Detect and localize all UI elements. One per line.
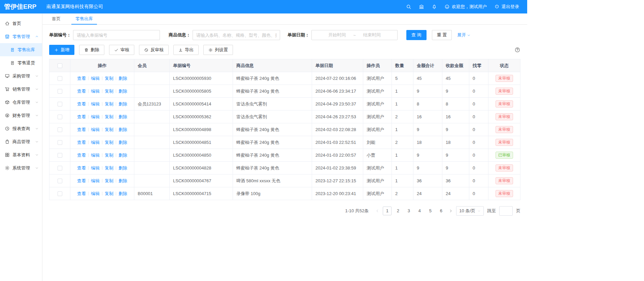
row-action-view[interactable]: 查看 — [77, 153, 86, 158]
select-all-checkbox[interactable] — [58, 63, 62, 68]
row-action-delete[interactable]: 删除 — [118, 140, 127, 145]
row-checkbox[interactable] — [58, 76, 62, 81]
date-range-picker[interactable]: 开始时间 ~ 结束时间 — [311, 30, 398, 40]
unaudit-button[interactable]: 反审核 — [139, 45, 169, 55]
row-action-delete[interactable]: 删除 — [118, 114, 127, 119]
logout-button[interactable]: 退出登录 — [494, 4, 519, 10]
prev-page-icon[interactable] — [375, 209, 379, 213]
bill-no-input[interactable] — [73, 30, 160, 40]
row-action-edit[interactable]: 编辑 — [91, 89, 100, 94]
sidebar-item-base-data[interactable]: 基本资料 — [0, 148, 42, 161]
row-checkbox[interactable] — [58, 115, 62, 119]
row-action-copy[interactable]: 复制 — [105, 127, 113, 132]
row-action-delete[interactable]: 删除 — [118, 76, 127, 81]
page-button-2[interactable]: 2 — [394, 207, 402, 215]
sidebar-item-retail-outbound[interactable]: 零售出库 — [0, 43, 42, 56]
row-action-copy[interactable]: 复制 — [105, 114, 113, 119]
bank-icon[interactable] — [419, 4, 424, 9]
row-checkbox-cell — [49, 123, 70, 136]
page-button-6[interactable]: 6 — [437, 207, 445, 215]
row-checkbox[interactable] — [58, 140, 62, 145]
column-settings-button[interactable]: 列设置 — [203, 45, 233, 55]
sidebar-item-finance[interactable]: 财务管理 — [0, 109, 42, 122]
sidebar-item-retail-return[interactable]: 零售退货 — [0, 56, 42, 69]
next-page-icon[interactable] — [449, 209, 453, 213]
sidebar-item-retail[interactable]: 零售管理 — [0, 30, 42, 43]
row-action-view[interactable]: 查看 — [77, 89, 86, 94]
page-button-3[interactable]: 3 — [404, 207, 413, 215]
row-action-edit[interactable]: 编辑 — [91, 140, 100, 145]
sidebar-item-system[interactable]: 系统管理 — [0, 161, 42, 175]
row-action-copy[interactable]: 复制 — [105, 165, 113, 170]
row-action-edit[interactable]: 编辑 — [91, 191, 100, 196]
row-action-view[interactable]: 查看 — [77, 127, 86, 132]
row-action-copy[interactable]: 复制 — [105, 178, 113, 183]
row-checkbox[interactable] — [58, 102, 62, 106]
row-action-delete[interactable]: 删除 — [118, 89, 127, 94]
search-icon[interactable] — [406, 4, 411, 9]
row-checkbox[interactable] — [58, 153, 62, 158]
row-action-view[interactable]: 查看 — [77, 191, 86, 196]
row-action-view[interactable]: 查看 — [77, 178, 86, 183]
row-action-copy[interactable]: 复制 — [105, 140, 113, 145]
page-button-1[interactable]: 1 — [383, 207, 392, 215]
row-action-delete[interactable]: 删除 — [118, 127, 127, 132]
tab-retail-outbound[interactable]: 零售出库 — [74, 13, 94, 24]
row-checkbox[interactable] — [58, 89, 62, 94]
row-action-delete[interactable]: 删除 — [118, 165, 127, 170]
row-checkbox[interactable] — [58, 179, 62, 183]
sidebar-item-purchase[interactable]: 采购管理 — [0, 69, 42, 83]
row-action-copy[interactable]: 复制 — [105, 89, 113, 94]
row-action-view[interactable]: 查看 — [77, 140, 86, 145]
row-action-view[interactable]: 查看 — [77, 165, 86, 170]
row-action-edit[interactable]: 编辑 — [91, 165, 100, 170]
row-checkbox[interactable] — [58, 191, 62, 196]
sidebar: 首页零售管理零售出库零售退货采购管理销售管理仓库管理财务管理报表查询商品管理基本… — [0, 13, 42, 281]
doc-icon — [10, 61, 15, 65]
add-button[interactable]: 新增 — [49, 45, 74, 55]
welcome-user[interactable]: 欢迎您，测试用户 — [444, 4, 487, 10]
tab-home[interactable]: 首页 — [50, 13, 62, 24]
page-size-select[interactable]: 10 条/页 — [456, 206, 484, 216]
row-action-delete[interactable]: 删除 — [118, 153, 127, 158]
row-action-delete[interactable]: 删除 — [118, 178, 127, 183]
row-action-edit[interactable]: 编辑 — [91, 76, 100, 81]
row-action-view[interactable]: 查看 — [77, 101, 86, 106]
page-button-5[interactable]: 5 — [426, 207, 435, 215]
row-action-view[interactable]: 查看 — [77, 114, 86, 119]
sidebar-item-home[interactable]: 首页 — [0, 17, 42, 30]
bell-icon[interactable] — [432, 4, 437, 9]
row-checkbox[interactable] — [58, 166, 62, 170]
sidebar-item-goods[interactable]: 商品管理 — [0, 135, 42, 148]
row-action-edit[interactable]: 编辑 — [91, 127, 100, 132]
row-action-copy[interactable]: 复制 — [105, 101, 113, 106]
expand-link[interactable]: 展开 — [457, 32, 471, 38]
help-icon[interactable] — [514, 47, 520, 53]
row-action-edit[interactable]: 编辑 — [91, 178, 100, 183]
sidebar-item-reports[interactable]: 报表查询 — [0, 122, 42, 135]
jump-page-input[interactable] — [499, 206, 513, 216]
search-button[interactable]: 查 询 — [406, 30, 427, 40]
reset-button[interactable]: 重 置 — [432, 30, 452, 40]
row-checkbox[interactable] — [58, 127, 62, 132]
sidebar-item-warehouse[interactable]: 仓库管理 — [0, 96, 42, 109]
row-action-copy[interactable]: 复制 — [105, 76, 113, 81]
delete-button[interactable]: 删除 — [79, 45, 104, 55]
page-button-4[interactable]: 4 — [415, 207, 424, 215]
product-input[interactable] — [193, 30, 280, 40]
row-member: B00001 — [134, 187, 170, 200]
row-action-delete[interactable]: 删除 — [118, 101, 127, 106]
row-action-edit[interactable]: 编辑 — [91, 114, 100, 119]
row-action-delete[interactable]: 删除 — [118, 191, 127, 196]
row-action-view[interactable]: 查看 — [77, 76, 86, 81]
sidebar-item-sales[interactable]: 销售管理 — [0, 83, 42, 96]
row-qty: 1 — [392, 123, 413, 136]
sidebar-item-label: 零售管理 — [12, 34, 35, 40]
row-action-edit[interactable]: 编辑 — [91, 101, 100, 106]
row-action-copy[interactable]: 复制 — [105, 153, 113, 158]
row-action-edit[interactable]: 编辑 — [91, 153, 100, 158]
export-button[interactable]: 导出 — [173, 45, 199, 55]
audit-button[interactable]: 审核 — [109, 45, 134, 55]
jump-label: 跳至 — [487, 208, 496, 214]
row-action-copy[interactable]: 复制 — [105, 191, 113, 196]
